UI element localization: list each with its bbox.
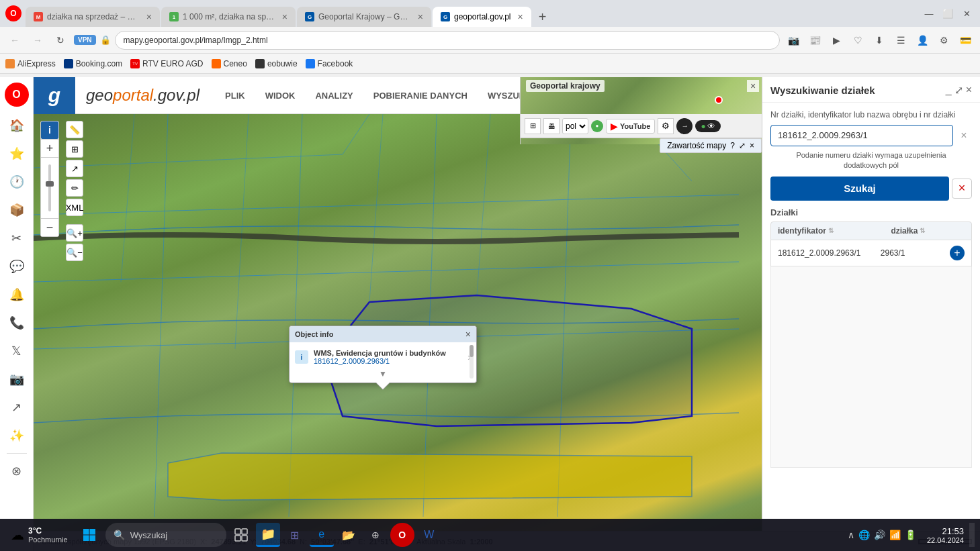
zawart-mapy-close-icon[interactable]: × <box>750 141 754 150</box>
map-info-btn[interactable]: i <box>41 121 58 139</box>
col-dzialka-sort[interactable]: ⇅ <box>920 227 925 234</box>
draw-tool-btn[interactable]: ✏ <box>66 179 83 197</box>
reader-btn[interactable]: 📰 <box>805 31 824 50</box>
network-icon[interactable]: 🌐 <box>858 530 870 540</box>
youtube-btn[interactable]: ▶ YouTube <box>606 119 655 134</box>
tab-olx-close[interactable]: × <box>282 11 287 22</box>
instagram-icon[interactable]: 📷 <box>5 367 29 391</box>
search-panel-close-btn[interactable]: × <box>966 84 972 97</box>
whatsapp-icon[interactable]: 📞 <box>5 311 29 335</box>
search-input[interactable] <box>770 125 953 146</box>
screenshot-btn[interactable]: 📷 <box>784 31 803 50</box>
minimize-button[interactable]: — <box>921 5 937 21</box>
map-canvas[interactable]: i + − 📏 ⊞ ↗ ✏ XML <box>34 114 762 531</box>
taskbar-teams-btn[interactable]: ⊞ <box>283 523 307 547</box>
nav-analizy[interactable]: ANALIZY <box>306 87 362 105</box>
print-btn[interactable]: 🖶 <box>543 118 560 134</box>
search-clear-btn[interactable]: × <box>956 128 972 144</box>
aria-icon[interactable]: ✨ <box>5 423 29 448</box>
taskbar-word-btn[interactable]: W <box>417 523 441 547</box>
show-desktop-btn[interactable] <box>969 523 975 547</box>
capture-icon[interactable]: ✂ <box>5 226 29 250</box>
search-cancel-button[interactable]: × <box>952 179 972 199</box>
layers-btn[interactable]: ⊞ <box>525 118 541 134</box>
history-icon[interactable]: 🕐 <box>5 170 29 194</box>
notifications-icon[interactable]: 🔔 <box>5 283 29 307</box>
nav-widok[interactable]: WIDOK <box>256 87 305 105</box>
heart-btn[interactable]: ♡ <box>848 31 867 50</box>
bookmark-eobuwie[interactable]: eobuwie <box>255 59 298 68</box>
home-icon[interactable]: 🏠 <box>5 113 29 138</box>
taskbar-dell-btn[interactable]: ⊕ <box>363 523 388 547</box>
tab-olx[interactable]: 1 1 000 m², działka na sprz... × <box>161 7 296 27</box>
forward-button[interactable]: → <box>28 31 47 50</box>
search-panel-minimize-btn[interactable]: _ <box>946 84 952 97</box>
tab-geoportal2-close[interactable]: × <box>518 11 523 22</box>
table-tool-btn[interactable]: ⊞ <box>66 140 83 158</box>
toggle-map-btn[interactable]: → <box>676 118 693 134</box>
result-add-btn[interactable]: + <box>950 246 965 260</box>
zawart-mapy-btn[interactable]: Zawartość mapy ? ⤢ × <box>660 138 762 153</box>
opera-sidebar-icon[interactable]: O <box>5 83 29 107</box>
tab-geoportal2[interactable]: G geoportal.gov.pl × <box>433 7 531 27</box>
zoom-in-btn[interactable]: + <box>41 140 58 157</box>
taskbar-edge-btn[interactable]: e <box>310 523 334 547</box>
chevron-up-icon[interactable]: ∧ <box>848 530 854 540</box>
tab-geoportal1-close[interactable]: × <box>418 11 423 22</box>
zoom-area-btn[interactable]: 🔍+ <box>66 224 83 242</box>
popup-item-row[interactable]: i WMS, Ewidencja gruntów i budynków 1816… <box>295 346 471 368</box>
search-panel-maximize-btn[interactable]: ⤢ <box>954 84 963 97</box>
bookmark-rtv[interactable]: TV RTV EURO AGD <box>130 59 203 68</box>
wallet-btn[interactable]: 💳 <box>956 31 975 50</box>
bookmark-aliexpress[interactable]: AliExpress <box>5 59 56 68</box>
eye-toggle-btn[interactable]: ● 👁 <box>695 120 720 132</box>
settings-map-btn[interactable]: ⚙ <box>658 118 674 134</box>
extensions-icon[interactable]: 📦 <box>5 198 29 222</box>
close-button[interactable]: ✕ <box>959 5 975 21</box>
zoom-out-btn[interactable]: − <box>41 219 58 236</box>
new-tab-button[interactable]: + <box>533 7 553 27</box>
play-btn[interactable]: ▶ <box>827 31 846 50</box>
bookmarks-icon[interactable]: ⭐ <box>5 142 29 166</box>
taskbar-explorer-btn[interactable]: 📁 <box>256 523 280 547</box>
zoom-slider[interactable] <box>41 158 58 218</box>
taskbar-opera-btn[interactable]: O <box>390 523 414 547</box>
map-area[interactable]: g geoportal.gov.pl PLIK WIDOK ANALIZY PO… <box>34 77 980 551</box>
sidebar-icon2[interactable]: ↗ <box>5 395 29 419</box>
x-icon[interactable]: 𝕏 <box>5 339 29 363</box>
address-bar[interactable]: mapy.geoportal.gov.pl/imap/Imgp_2.html <box>115 31 780 50</box>
messenger-icon[interactable]: 💬 <box>5 254 29 279</box>
wifi-icon[interactable]: 📶 <box>889 530 901 540</box>
popup-scroll-down[interactable]: ▼ <box>295 368 471 379</box>
tab-gmail-close[interactable]: × <box>146 11 152 22</box>
windows-start-btn[interactable] <box>76 521 103 548</box>
taskbar-files-btn[interactable]: 📂 <box>337 523 361 547</box>
volume-icon[interactable]: 🔊 <box>874 530 885 540</box>
back-button[interactable]: ← <box>5 31 24 50</box>
nav-pobieranie[interactable]: POBIERANIE DANYCH <box>364 87 477 105</box>
task-view-btn[interactable] <box>229 523 253 547</box>
bookmark-booking[interactable]: Booking.com <box>64 59 122 68</box>
tab-geoportal1[interactable]: G Geoportal Krajowy – Geo... × <box>297 7 431 27</box>
export-tool-btn[interactable]: ↗ <box>66 160 83 177</box>
green-dot-btn[interactable]: ● <box>591 120 603 132</box>
nav-plik[interactable]: PLIK <box>216 87 255 105</box>
refresh-button[interactable]: ↻ <box>51 31 70 50</box>
xml-tool-btn[interactable]: XML <box>66 199 83 216</box>
menu-btn[interactable]: ☰ <box>891 31 910 50</box>
measure-tool-btn[interactable]: 📏 <box>66 121 83 138</box>
zoom-area2-btn[interactable]: 🔍− <box>66 244 83 261</box>
zoom-track[interactable] <box>48 164 51 211</box>
popup-close-btn[interactable]: × <box>465 329 471 340</box>
profile-btn[interactable]: 👤 <box>913 31 932 50</box>
tab-gmail[interactable]: M działka na sprzedaż – mic... × <box>26 7 160 27</box>
minimap-close[interactable]: × <box>747 80 759 92</box>
bookmark-ceneo[interactable]: Ceneo <box>212 59 247 68</box>
col-identyfikator-sort[interactable]: ⇅ <box>828 227 834 234</box>
settings-btn[interactable]: ⚙ <box>934 31 953 50</box>
maximize-button[interactable]: ⬜ <box>940 5 956 21</box>
download-btn[interactable]: ⬇ <box>870 31 889 50</box>
result-row[interactable]: 181612_2.0009.2963/1 2963/1 + <box>770 240 972 266</box>
search-button[interactable]: Szukaj <box>770 177 949 201</box>
lang-select[interactable]: pol <box>562 118 588 134</box>
